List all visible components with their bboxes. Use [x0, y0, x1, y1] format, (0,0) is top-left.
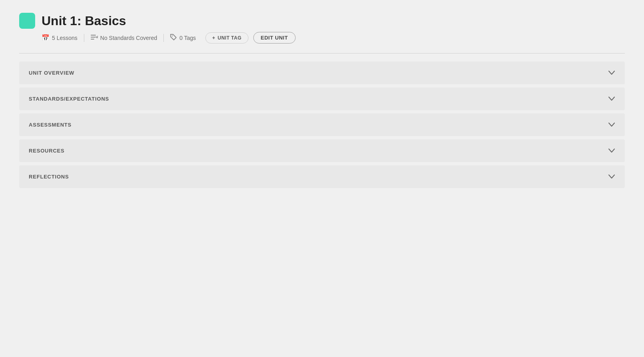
- meta-separator-1: [84, 34, 84, 42]
- section-panel-reflections: REFLECTIONS: [19, 165, 625, 188]
- unit-tag-label: UNIT TAG: [218, 35, 242, 41]
- plus-icon: +: [212, 35, 215, 41]
- unit-icon: [19, 13, 35, 29]
- edit-unit-button[interactable]: EDIT UNIT: [253, 32, 296, 44]
- section-title-reflections: REFLECTIONS: [29, 174, 69, 180]
- sections-container: UNIT OVERVIEWSTANDARDS/EXPECTATIONSASSES…: [19, 61, 625, 188]
- unit-tag-button[interactable]: + UNIT TAG: [205, 32, 248, 44]
- chevron-down-icon: [608, 173, 615, 181]
- header-divider: [19, 53, 625, 54]
- tags-meta: 0 Tags: [170, 34, 202, 42]
- meta-separator-2: [163, 34, 164, 42]
- header-section: Unit 1: Basics 📅 5 Lessons No Standards …: [19, 13, 625, 44]
- title-row: Unit 1: Basics: [19, 13, 625, 29]
- section-header-assessments[interactable]: ASSESSMENTS: [19, 113, 625, 136]
- lessons-meta: 📅 5 Lessons: [42, 34, 84, 42]
- edit-unit-label: EDIT UNIT: [261, 35, 288, 41]
- section-header-standards-expectations[interactable]: STANDARDS/EXPECTATIONS: [19, 87, 625, 110]
- lessons-count: 5 Lessons: [52, 35, 78, 41]
- unit-title: Unit 1: Basics: [42, 14, 126, 28]
- tags-count: 0 Tags: [179, 35, 196, 41]
- section-panel-assessments: ASSESSMENTS: [19, 113, 625, 136]
- standards-icon: [91, 34, 98, 42]
- section-header-unit-overview[interactable]: UNIT OVERVIEW: [19, 61, 625, 84]
- calendar-icon: 📅: [42, 34, 50, 42]
- chevron-down-icon: [608, 69, 615, 77]
- section-title-resources: RESOURCES: [29, 148, 65, 154]
- section-title-assessments: ASSESSMENTS: [29, 122, 72, 128]
- chevron-down-icon: [608, 147, 615, 155]
- section-panel-resources: RESOURCES: [19, 139, 625, 162]
- svg-point-3: [172, 35, 173, 36]
- standards-text: No Standards Covered: [100, 35, 157, 41]
- standards-meta: No Standards Covered: [91, 34, 163, 42]
- section-header-resources[interactable]: RESOURCES: [19, 139, 625, 162]
- chevron-down-icon: [608, 121, 615, 129]
- section-title-unit-overview: UNIT OVERVIEW: [29, 70, 74, 76]
- meta-row: 📅 5 Lessons No Standards Covered: [19, 32, 625, 44]
- section-panel-unit-overview: UNIT OVERVIEW: [19, 61, 625, 84]
- section-header-reflections[interactable]: REFLECTIONS: [19, 165, 625, 188]
- tag-icon: [170, 34, 177, 42]
- section-panel-standards-expectations: STANDARDS/EXPECTATIONS: [19, 87, 625, 110]
- section-title-standards-expectations: STANDARDS/EXPECTATIONS: [29, 96, 109, 102]
- chevron-down-icon: [608, 95, 615, 103]
